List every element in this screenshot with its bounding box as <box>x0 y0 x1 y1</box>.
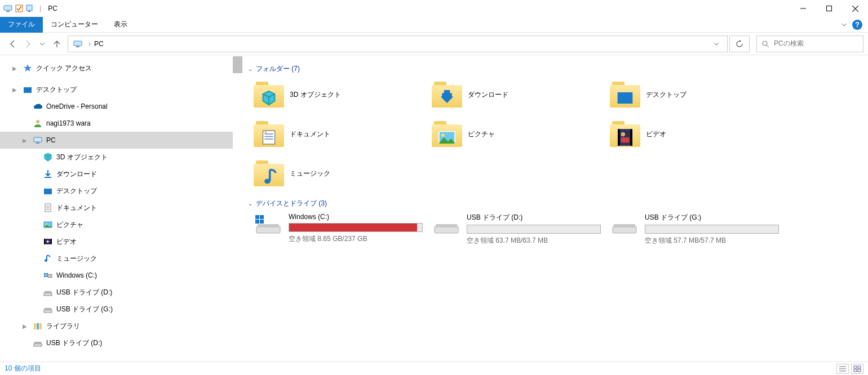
nav-label: ミュージック <box>56 254 97 264</box>
up-button[interactable] <box>52 39 62 49</box>
group-header-folders[interactable]: ⌄ フォルダー (7) <box>248 64 862 74</box>
svg-rect-14 <box>34 137 42 142</box>
qat-checkbox-icon[interactable] <box>15 4 24 13</box>
close-button[interactable] <box>842 0 868 17</box>
folder-pictures[interactable]: ピクチャ <box>426 118 601 150</box>
drive-d[interactable]: USB ドライブ (D:) 空き領域 63.7 MB/63.7 MB <box>426 213 601 245</box>
nav-label: デスクトップ <box>56 186 97 196</box>
svg-point-27 <box>45 259 47 262</box>
folder-label: ビデオ <box>646 130 666 139</box>
search-box[interactable]: PCの検索 <box>756 35 863 52</box>
nav-label: 3D オブジェクト <box>56 153 108 162</box>
qat-dropdown-icon[interactable] <box>26 4 35 13</box>
chevron-right-icon[interactable]: ▶ <box>12 65 19 72</box>
maximize-button[interactable] <box>816 0 842 17</box>
help-icon[interactable]: ? <box>852 20 862 30</box>
folder-label: ミュージック <box>290 169 330 178</box>
minimize-button[interactable] <box>790 0 816 17</box>
svg-point-10 <box>763 41 767 46</box>
folder-desktop[interactable]: デスクトップ <box>604 78 779 111</box>
address-dropdown-button[interactable] <box>714 41 725 47</box>
svg-rect-62 <box>258 224 279 227</box>
tab-file[interactable]: ファイル <box>0 17 43 33</box>
svg-rect-29 <box>46 273 48 275</box>
nav-label: デスクトップ <box>36 85 77 95</box>
address-separator-icon[interactable]: › <box>88 40 91 48</box>
nav-videos[interactable]: ビデオ <box>0 233 242 250</box>
user-icon <box>33 118 43 128</box>
address-bar[interactable]: › PC <box>68 35 728 52</box>
forward-button[interactable] <box>23 39 33 49</box>
folder-music[interactable]: ミュージック <box>248 157 423 190</box>
svg-rect-38 <box>37 323 39 329</box>
svg-rect-36 <box>45 308 51 310</box>
svg-rect-26 <box>51 239 52 244</box>
svg-point-49 <box>441 134 445 137</box>
svg-rect-37 <box>34 323 36 329</box>
nav-desktop[interactable]: ▶ デスクトップ <box>0 81 242 98</box>
pc-icon <box>33 135 43 145</box>
svg-rect-9 <box>76 46 79 47</box>
nav-libraries[interactable]: ▶ ライブラリ <box>0 318 242 334</box>
svg-rect-34 <box>45 291 51 293</box>
nav-pictures[interactable]: ピクチャ <box>0 216 242 233</box>
nav-onedrive[interactable]: OneDrive - Personal <box>0 98 242 115</box>
ribbon: ファイル コンピューター 表示 ? <box>0 17 868 33</box>
nav-label: クイック アクセス <box>36 64 92 73</box>
drive-g[interactable]: USB ドライブ (G:) 空き領域 57.7 MB/57.7 MB <box>604 213 779 245</box>
pictures-icon <box>43 220 53 230</box>
nav-downloads[interactable]: ダウンロード <box>0 166 242 182</box>
nav-drive-c[interactable]: Windows (C:) <box>0 267 242 284</box>
svg-rect-1 <box>6 11 10 12</box>
nav-label: ビデオ <box>56 237 77 247</box>
back-button[interactable] <box>8 39 18 49</box>
view-details-button[interactable] <box>836 364 849 374</box>
ribbon-expand-icon[interactable] <box>841 21 848 28</box>
nav-music[interactable]: ミュージック <box>0 250 242 267</box>
address-location[interactable]: PC <box>94 40 714 48</box>
chevron-right-icon[interactable]: ▶ <box>23 137 29 144</box>
folder-documents[interactable]: A ドキュメント <box>248 118 423 150</box>
nav-drive-d[interactable]: USB ドライブ (D:) <box>0 284 242 301</box>
nav-label: ドキュメント <box>56 203 97 213</box>
nav-quick-access[interactable]: ▶ クイック アクセス <box>0 60 242 77</box>
group-header-devices[interactable]: ⌄ デバイスとドライブ (3) <box>248 199 862 208</box>
svg-rect-39 <box>39 323 42 329</box>
drive-name: Windows (C:) <box>289 213 423 221</box>
nav-desktop-folder[interactable]: デスクトップ <box>0 182 242 199</box>
tab-view[interactable]: 表示 <box>106 17 135 33</box>
folder-downloads[interactable]: ダウンロード <box>426 78 601 111</box>
folder-3d-objects[interactable]: 3D オブジェクト <box>248 78 423 111</box>
svg-rect-42 <box>618 92 633 104</box>
chevron-down-icon[interactable]: ⌄ <box>248 66 253 72</box>
view-large-icons-button[interactable] <box>851 364 863 374</box>
drive-c[interactable]: Windows (C:) 空き領域 8.65 GB/237 GB <box>248 213 423 245</box>
nav-label: nagi1973 wara <box>46 119 91 127</box>
cube-icon <box>43 152 53 162</box>
recent-dropdown-button[interactable] <box>37 39 47 49</box>
chevron-right-icon[interactable]: ▶ <box>12 87 19 93</box>
svg-rect-28 <box>44 273 46 275</box>
desktop-icon <box>23 84 33 95</box>
nav-drive-g[interactable]: USB ドライブ (G:) <box>0 301 242 318</box>
folder-icon <box>254 82 284 108</box>
folder-icon <box>254 160 284 186</box>
onedrive-icon <box>33 101 43 111</box>
tab-computer[interactable]: コンピューター <box>43 17 106 33</box>
drive-free-text: 空き領域 57.7 MB/57.7 MB <box>645 236 779 245</box>
nav-pc[interactable]: ▶ PC <box>0 132 242 149</box>
svg-point-55 <box>264 179 271 184</box>
folder-icon: A <box>254 121 284 147</box>
refresh-button[interactable] <box>729 35 750 52</box>
nav-documents[interactable]: ドキュメント <box>0 199 242 216</box>
svg-rect-51 <box>618 129 620 146</box>
scrollbar[interactable] <box>233 55 242 361</box>
chevron-down-icon[interactable]: ⌄ <box>248 200 253 207</box>
folder-videos[interactable]: ビデオ <box>604 118 779 150</box>
svg-rect-15 <box>36 142 39 144</box>
nav-user[interactable]: nagi1973 wara <box>0 115 242 132</box>
chevron-right-icon[interactable]: ▶ <box>23 323 29 329</box>
svg-rect-0 <box>4 6 12 10</box>
nav-3d-objects[interactable]: 3D オブジェクト <box>0 149 242 166</box>
nav-lib-drive-d[interactable]: USB ドライブ (D:) <box>0 334 242 351</box>
